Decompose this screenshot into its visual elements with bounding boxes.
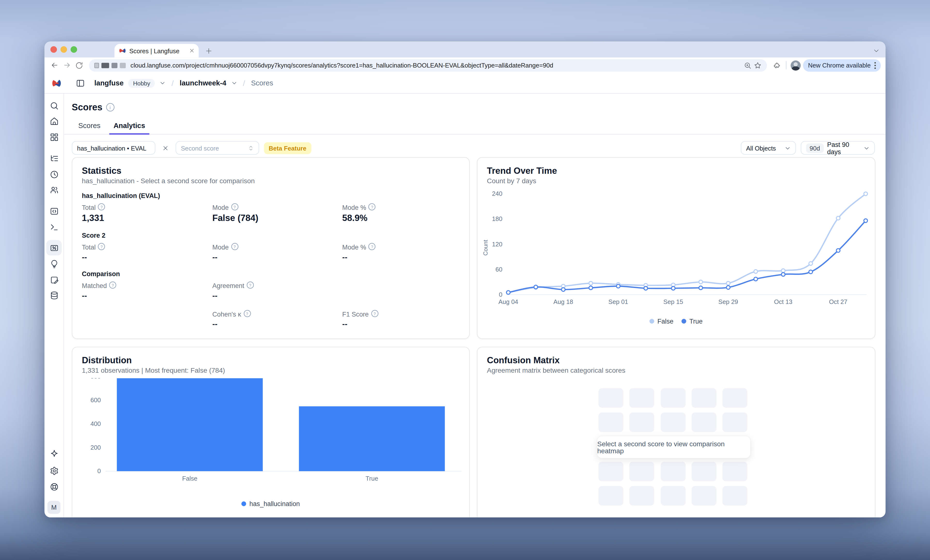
- svg-text:600: 600: [90, 397, 101, 404]
- sidebar-item-users[interactable]: [49, 185, 59, 194]
- org-chevron-down-icon[interactable]: [160, 80, 165, 86]
- tab-search-button[interactable]: [873, 46, 880, 57]
- sidebar-item-sessions[interactable]: [49, 169, 59, 179]
- reload-button[interactable]: [74, 60, 84, 71]
- stat-label: Total: [82, 204, 95, 211]
- sidebar-item-support[interactable]: [49, 482, 59, 491]
- org-name[interactable]: langfuse: [94, 79, 123, 87]
- url-text[interactable]: cloud.langfuse.com/project/cmhnuoj660007…: [131, 62, 742, 69]
- sidebar-item-prompts[interactable]: [49, 206, 59, 216]
- sidebar-item-scores-active[interactable]: [46, 240, 62, 256]
- url-bar[interactable]: cloud.langfuse.com/project/cmhnuoj660007…: [89, 59, 767, 71]
- help-icon[interactable]: [243, 310, 250, 317]
- trend-card: Trend Over Time Count by 7 days 06012018…: [477, 157, 876, 339]
- traffic-close-button[interactable]: [50, 46, 57, 53]
- traffic-minimize-button[interactable]: [60, 46, 67, 53]
- kebab-menu-icon[interactable]: [874, 61, 876, 69]
- sidebar-item-settings[interactable]: [49, 466, 59, 475]
- new-tab-button[interactable]: [203, 46, 214, 56]
- sidebar-item-dashboards[interactable]: [49, 132, 59, 141]
- tracing-icon: [49, 154, 59, 163]
- home-icon: [49, 117, 59, 125]
- trend-line-chart: 060120180240CountAug 04Aug 18Sep 01Sep 1…: [482, 184, 870, 309]
- distribution-bar-chart: 0200400600800FalseTrue: [77, 378, 465, 494]
- help-icon[interactable]: [371, 310, 378, 317]
- confusion-placeholder-tile: [630, 462, 654, 481]
- stat-label: F1 Score: [342, 310, 369, 318]
- user-avatar[interactable]: M: [48, 501, 60, 514]
- sidebar-toggle-icon[interactable]: [76, 78, 85, 87]
- extensions-button[interactable]: [772, 60, 782, 71]
- forward-button[interactable]: [62, 60, 72, 71]
- svg-text:Oct 27: Oct 27: [829, 298, 847, 305]
- legend-dot-score: [242, 502, 246, 506]
- sidebar-item-playground[interactable]: [49, 222, 59, 232]
- info-icon[interactable]: [106, 103, 114, 111]
- help-icon[interactable]: [246, 281, 254, 288]
- filter-row: has_hallucination • EVAL Second score Be…: [64, 135, 885, 155]
- help-icon[interactable]: [231, 243, 238, 250]
- new-chrome-available-button[interactable]: New Chrome available: [803, 59, 881, 71]
- confusion-placeholder-tile: [630, 486, 654, 506]
- site-chip-blurred: [111, 63, 117, 68]
- arrow-right-icon: [63, 61, 71, 69]
- help-icon[interactable]: [109, 281, 116, 288]
- legend-label-score[interactable]: has_hallucination: [249, 500, 300, 507]
- zoom-icon[interactable]: [744, 61, 752, 69]
- tab-analytics[interactable]: Analytics: [107, 118, 152, 134]
- score2-select[interactable]: Second score: [176, 141, 259, 155]
- svg-text:200: 200: [90, 444, 101, 451]
- profile-avatar[interactable]: [791, 60, 801, 71]
- tab-scores[interactable]: Scores: [72, 118, 107, 134]
- clear-score1-button[interactable]: [160, 143, 171, 153]
- sidebar-item-upgrade[interactable]: [49, 449, 59, 458]
- legend-dot-true: [682, 319, 687, 324]
- project-chevron-down-icon[interactable]: [231, 80, 237, 86]
- sidebar-item-datasets[interactable]: [49, 290, 59, 300]
- user-initial: M: [51, 504, 57, 511]
- traffic-zoom-button[interactable]: [71, 46, 77, 53]
- legend-label-true[interactable]: True: [690, 318, 702, 325]
- help-icon[interactable]: [231, 203, 238, 210]
- browser-tab[interactable]: Scores | Langfuse: [115, 44, 199, 57]
- confusion-placeholder-tile: [722, 462, 747, 481]
- stat-mode2-value: --: [212, 252, 342, 261]
- object-filter-select[interactable]: All Objects: [741, 141, 796, 155]
- help-icon[interactable]: [98, 243, 105, 250]
- stat-label: Cohen's κ: [212, 310, 241, 318]
- svg-text:800: 800: [90, 378, 101, 379]
- legend-label-false[interactable]: False: [657, 318, 673, 325]
- users-icon: [49, 185, 59, 194]
- stat-label: Matched: [82, 282, 107, 289]
- main-content: Scores Scores Analytics has_hallucinatio…: [64, 94, 885, 517]
- confusion-placeholder-tile: [722, 388, 747, 408]
- svg-text:False: False: [182, 475, 197, 482]
- svg-text:400: 400: [90, 420, 101, 427]
- score1-select[interactable]: has_hallucination • EVAL: [72, 141, 155, 155]
- sidebar-item-home[interactable]: [49, 116, 59, 126]
- tab-close-icon[interactable]: [189, 48, 194, 53]
- back-button[interactable]: [49, 60, 59, 71]
- stat-label: Mode: [212, 244, 229, 251]
- confusion-placeholder-tile: [630, 388, 654, 408]
- sessions-clock-icon: [49, 170, 59, 179]
- sidebar-item-annotation[interactable]: [49, 259, 59, 268]
- confusion-placeholder-tile: [661, 413, 685, 432]
- svg-text:Aug 18: Aug 18: [553, 298, 573, 305]
- svg-text:60: 60: [496, 266, 502, 273]
- sidebar-item-evaluators[interactable]: [49, 275, 59, 284]
- sidebar-item-tracing[interactable]: [49, 153, 59, 163]
- project-name[interactable]: launchweek-4: [180, 79, 226, 87]
- bookmark-star-icon[interactable]: [754, 61, 762, 69]
- object-filter-value: All Objects: [746, 144, 780, 151]
- confusion-placeholder-tile: [661, 486, 685, 506]
- sidebar-item-search[interactable]: [49, 101, 59, 110]
- date-range-select[interactable]: 90d Past 90 days: [801, 141, 875, 155]
- confusion-placeholder-tile: [691, 388, 716, 408]
- site-chip-blurred: [102, 63, 109, 68]
- confusion-placeholder-tile: [661, 462, 685, 481]
- help-icon[interactable]: [369, 203, 376, 210]
- help-icon[interactable]: [98, 203, 105, 210]
- help-icon[interactable]: [369, 243, 376, 250]
- svg-text:Sep 01: Sep 01: [608, 298, 628, 305]
